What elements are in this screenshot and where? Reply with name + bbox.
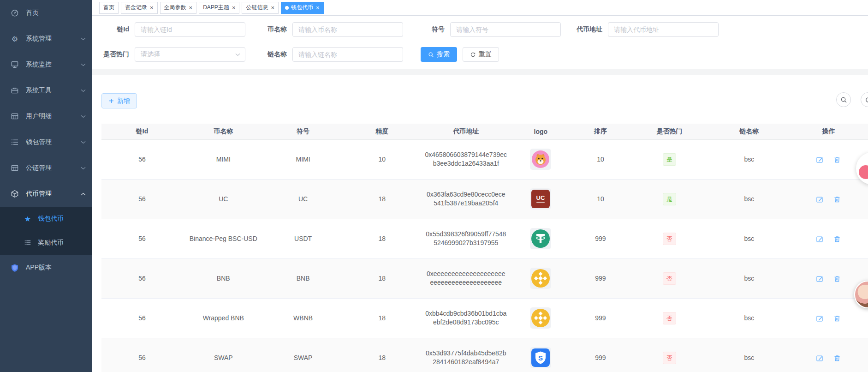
- field-symbol: 符号: [408, 22, 561, 37]
- cell-token-address: 0x465806603879144e739ecb3ee3ddc1a26433aa…: [422, 139, 510, 179]
- cell-is-hot: 否: [630, 258, 709, 298]
- tab-fund-records[interactable]: 资金记录×: [121, 2, 158, 14]
- cell-precision: 18: [342, 298, 422, 338]
- delete-button[interactable]: [833, 235, 841, 243]
- tab-chain-info[interactable]: 公链信息×: [242, 2, 279, 14]
- chain-id-input[interactable]: [135, 22, 245, 37]
- col-coin-name: 币名称: [183, 124, 264, 139]
- col-sort: 排序: [571, 124, 630, 139]
- cube-icon: [9, 190, 20, 198]
- cell-actions: [789, 338, 868, 372]
- cell-coin-name: BNB: [183, 258, 264, 298]
- sidebar-item-reward-token[interactable]: 奖励代币: [0, 231, 92, 255]
- close-icon[interactable]: ×: [189, 5, 193, 11]
- cell-logo: [510, 258, 571, 298]
- add-button[interactable]: 新增: [101, 93, 137, 108]
- tab-dapp-theme[interactable]: DAPP主题×: [199, 2, 239, 14]
- sidebar-item-home[interactable]: 首页: [0, 0, 92, 26]
- cell-actions: [789, 139, 868, 179]
- sidebar-item-system-tools[interactable]: 系统工具: [0, 78, 92, 103]
- edit-button[interactable]: [816, 196, 823, 203]
- cell-chain-id: 56: [101, 139, 183, 179]
- table-row: 56 SWAP SWAP 18 0x53d93775f4dab45d5e82b2…: [101, 338, 868, 372]
- table-icon: [9, 164, 20, 172]
- sidebar-item-token-management[interactable]: 代币管理: [0, 181, 92, 207]
- uc-logo: UC: [530, 188, 551, 210]
- chain-name-input[interactable]: [292, 47, 403, 62]
- cell-is-hot: 是: [630, 139, 709, 179]
- table-card: 新增 链Id 币名称: [92, 75, 868, 372]
- cell-chain-name: bsc: [709, 219, 789, 258]
- delete-button[interactable]: [833, 315, 841, 322]
- sidebar-item-system-management[interactable]: ⚙ 系统管理: [0, 26, 92, 52]
- sidebar-item-wallet-management[interactable]: 钱包管理: [0, 129, 92, 155]
- field-chain-name: 链名称: [250, 47, 403, 62]
- table-row: 56 Wrapped BNB WBNB 18 0xbb4cdb9cbd36b01…: [101, 298, 868, 338]
- delete-button[interactable]: [833, 354, 841, 362]
- table-toolbar: 新增: [101, 93, 868, 108]
- content-area: 首页 资金记录× 全局参数× DAPP主题× 公链信息× 钱包代币× 链Id 币…: [92, 0, 868, 372]
- cell-symbol: WBNB: [264, 298, 342, 338]
- cell-symbol: USDT: [264, 219, 342, 258]
- edit-button[interactable]: [816, 235, 823, 243]
- sidebar-item-label: 公链管理: [26, 164, 80, 172]
- edit-button[interactable]: [816, 354, 823, 362]
- chevron-down-icon: [80, 165, 86, 171]
- coin-name-input[interactable]: [292, 22, 403, 37]
- list-icon: [22, 239, 33, 246]
- col-symbol: 符号: [264, 124, 342, 139]
- close-icon[interactable]: ×: [232, 5, 236, 11]
- edit-button[interactable]: [816, 275, 823, 282]
- sidebar-item-label: 系统管理: [26, 35, 80, 43]
- col-chain-id: 链Id: [101, 124, 183, 139]
- cell-chain-id: 56: [101, 338, 183, 372]
- toggle-search-button[interactable]: [836, 92, 851, 107]
- search-icon: [428, 52, 434, 58]
- cell-coin-name: Wrapped BNB: [183, 298, 264, 338]
- tab-home[interactable]: 首页: [99, 2, 119, 14]
- sidebar-item-app-version[interactable]: APP版本: [0, 255, 92, 281]
- tags-view-bar: 首页 资金记录× 全局参数× DAPP主题× 公链信息× 钱包代币×: [92, 0, 868, 16]
- sidebar-item-wallet-token[interactable]: ★ 钱包代币: [0, 207, 92, 231]
- table-row: 56 UC UC 18 0x363fa63cd9e80cecc0ece541f5…: [101, 179, 868, 219]
- chevron-down-icon: [235, 53, 240, 56]
- token-address-input[interactable]: [608, 22, 719, 37]
- sidebar-item-chain-management[interactable]: 公链管理: [0, 155, 92, 181]
- sidebar-item-label: 用户明细: [26, 112, 80, 120]
- tab-wallet-token[interactable]: 钱包代币×: [281, 2, 324, 14]
- toolbox-icon: [9, 86, 20, 95]
- reset-button[interactable]: 重置: [463, 47, 499, 62]
- chevron-down-icon: [80, 114, 86, 119]
- delete-button[interactable]: [833, 275, 841, 282]
- delete-button[interactable]: [833, 156, 841, 163]
- bnb-logo: [530, 307, 551, 329]
- close-icon[interactable]: ×: [150, 5, 154, 11]
- delete-button[interactable]: [833, 196, 841, 203]
- search-button[interactable]: 搜索: [421, 47, 457, 62]
- token-management-submenu: ★ 钱包代币 奖励代币: [0, 207, 92, 255]
- cell-chain-name: bsc: [709, 139, 789, 179]
- sidebar-item-system-monitor[interactable]: 系统监控: [0, 52, 92, 78]
- cell-chain-name: bsc: [709, 298, 789, 338]
- cell-chain-name: bsc: [709, 258, 789, 298]
- cell-is-hot: 是: [630, 179, 709, 219]
- close-icon[interactable]: ×: [316, 5, 320, 11]
- col-is-hot: 是否热门: [630, 124, 709, 139]
- is-hot-select[interactable]: 请选择: [135, 47, 245, 62]
- swap-shield-logo: S: [530, 347, 551, 368]
- symbol-input[interactable]: [450, 22, 561, 37]
- cell-precision: 18: [342, 219, 422, 258]
- tab-global-params[interactable]: 全局参数×: [160, 2, 197, 14]
- edit-button[interactable]: [816, 156, 823, 163]
- sidebar: 首页 ⚙ 系统管理 系统监控 系统工具 用户明细: [0, 0, 92, 372]
- cell-actions: [789, 179, 868, 219]
- cell-sort: 999: [571, 298, 630, 338]
- close-icon[interactable]: ×: [271, 5, 274, 11]
- cell-chain-name: bsc: [709, 179, 789, 219]
- sidebar-item-user-detail[interactable]: 用户明细: [0, 103, 92, 129]
- search-form: 链Id 币名称 符号 代币地址 是否热门: [92, 16, 868, 69]
- svg-text:UC: UC: [536, 194, 545, 201]
- edit-button[interactable]: [816, 315, 823, 322]
- token-table: 链Id 币名称 符号 精度 代币地址 logo 排序 是否热门 链名称 操作: [101, 124, 868, 372]
- app-screen: 首页 ⚙ 系统管理 系统监控 系统工具 用户明细: [0, 0, 868, 372]
